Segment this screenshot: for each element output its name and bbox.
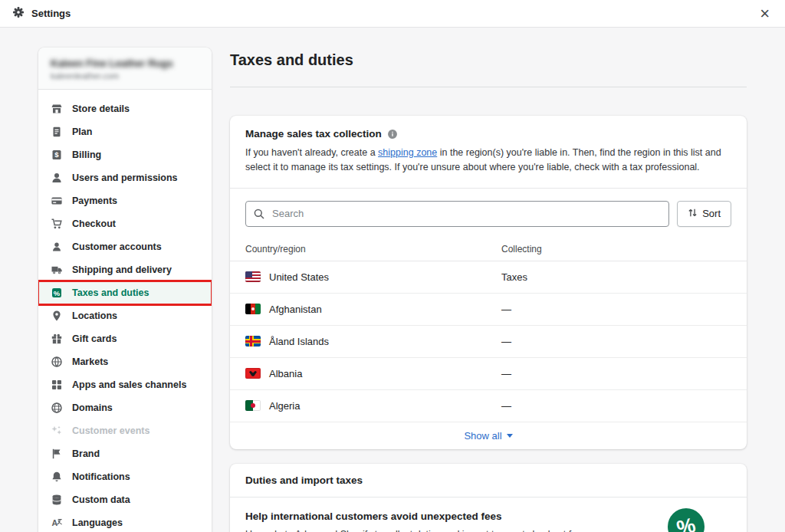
duties-card-description: Upgrade to Advanced Shopify to collect d… — [245, 527, 629, 532]
search-sort-row: Sort — [230, 189, 747, 238]
country-name: Åland Islands — [269, 336, 329, 347]
ax-flag-icon — [245, 336, 261, 346]
table-header: Country/region Collecting — [230, 238, 747, 261]
sidebar-item-languages[interactable]: ALanguages — [38, 511, 212, 532]
af-flag-icon — [245, 304, 261, 314]
sort-arrows-icon — [688, 208, 698, 220]
sidebar-item-label: Gift cards — [72, 333, 117, 344]
collecting-value: — — [501, 304, 731, 315]
country-name: Afghanistan — [269, 304, 322, 315]
collecting-value: — — [501, 400, 731, 412]
duties-card-body: Help international customers avoid unexp… — [230, 498, 747, 532]
desc-before-link: If you haven't already, create a — [245, 147, 378, 158]
sidebar-item-label: Languages — [72, 517, 123, 528]
users-icon — [51, 172, 63, 184]
table-row-land-islands[interactable]: Åland Islands— — [230, 326, 747, 358]
settings-layout: Kaleen Fine Leather Rugs kaleenleather.c… — [38, 48, 747, 532]
sidebar-item-users-and-permissions[interactable]: Users and permissions — [38, 166, 212, 189]
sidebar-item-label: Plan — [72, 126, 92, 137]
sidebar-item-label: Brand — [72, 448, 100, 459]
sidebar-item-apps-and-sales-channels[interactable]: Apps and sales channels — [38, 373, 212, 396]
sidebar-item-notifications[interactable]: Notifications — [38, 465, 212, 488]
sidebar-item-label: Checkout — [72, 218, 116, 229]
sidebar-item-locations[interactable]: Locations — [38, 304, 212, 327]
checkout-icon — [51, 218, 63, 230]
sidebar-item-taxes-and-duties[interactable]: %Taxes and duties — [38, 281, 212, 304]
manage-card-title: Manage sales tax collection — [245, 128, 382, 140]
settings-sidebar: Kaleen Fine Leather Rugs kaleenleather.c… — [38, 48, 212, 532]
manage-card-description: If you haven't already, create a shippin… — [245, 146, 731, 176]
manage-sales-tax-intro: Manage sales tax collection If you haven… — [230, 116, 747, 189]
svg-text:A: A — [52, 518, 58, 527]
sidebar-item-domains[interactable]: Domains — [38, 396, 212, 419]
store-icon — [51, 103, 63, 115]
sidebar-item-payments[interactable]: Payments — [38, 189, 212, 212]
chevron-down-icon — [507, 434, 513, 438]
table-row-albania[interactable]: Albania— — [230, 358, 747, 390]
shipping-zone-link[interactable]: shipping zone — [378, 147, 437, 158]
collecting-value: Taxes — [501, 271, 731, 283]
sidebar-item-label: Customer events — [72, 425, 149, 436]
markets-icon — [51, 356, 63, 368]
table-row-united-states[interactable]: United StatesTaxes — [230, 261, 747, 294]
dz-flag-icon — [245, 400, 261, 411]
country-name: United States — [269, 271, 329, 283]
duties-card-title: Duties and import taxes — [230, 464, 747, 498]
sidebar-item-checkout[interactable]: Checkout — [38, 212, 212, 235]
sort-button[interactable]: Sort — [677, 201, 731, 227]
sidebar-item-label: Users and permissions — [72, 172, 178, 183]
sort-button-label: Sort — [702, 208, 721, 219]
settings-titlebar: Settings × — [0, 0, 785, 28]
page-title: Taxes and duties — [230, 48, 747, 87]
sidebar-item-label: Notifications — [72, 471, 130, 482]
plan-icon — [51, 126, 63, 138]
gift-cards-icon — [51, 333, 63, 345]
show-all-label: Show all — [464, 430, 501, 442]
sidebar-item-label: Custom data — [72, 494, 130, 505]
sidebar-item-label: Billing — [72, 149, 101, 160]
sidebar-item-customer-accounts[interactable]: Customer accounts — [38, 235, 212, 258]
window-title: Settings — [31, 8, 71, 19]
main-content: Taxes and duties Manage sales tax collec… — [230, 48, 747, 532]
svg-text:%: % — [54, 289, 61, 297]
sidebar-item-brand[interactable]: Brand — [38, 442, 212, 465]
duties-import-taxes-card: Duties and import taxes Help internation… — [230, 464, 747, 532]
sidebar-item-markets[interactable]: Markets — [38, 350, 212, 373]
table-row-algeria[interactable]: Algeria— — [230, 390, 747, 422]
search-input[interactable] — [245, 201, 669, 227]
sidebar-item-shipping-and-delivery[interactable]: Shipping and delivery — [38, 258, 212, 281]
billing-icon: $ — [51, 149, 63, 161]
close-button[interactable]: × — [757, 5, 773, 22]
sidebar-item-label: Markets — [72, 356, 108, 367]
sidebar-item-billing[interactable]: $Billing — [38, 143, 212, 166]
sidebar-item-label: Domains — [72, 402, 113, 413]
sidebar-item-custom-data[interactable]: Custom data — [38, 488, 212, 511]
collecting-value: — — [501, 336, 731, 347]
sidebar-item-plan[interactable]: Plan — [38, 120, 212, 143]
sidebar-item-gift-cards[interactable]: Gift cards — [38, 327, 212, 350]
svg-text:$: $ — [54, 150, 59, 159]
store-name-redacted: Kaleen Fine Leather Rugs — [51, 57, 199, 69]
sidebar-item-label: Locations — [72, 310, 117, 321]
table-row-afghanistan[interactable]: Afghanistan— — [230, 294, 747, 326]
gear-icon — [12, 6, 25, 21]
manage-sales-tax-card: Manage sales tax collection If you haven… — [230, 116, 747, 449]
sidebar-item-label: Store details — [72, 103, 130, 114]
column-collecting: Collecting — [501, 244, 731, 255]
sidebar-item-label: Apps and sales channels — [72, 379, 186, 390]
apps-icon — [51, 379, 63, 391]
customer-accounts-icon — [51, 241, 63, 253]
sidebar-item-store-details[interactable]: Store details — [38, 97, 212, 120]
country-name: Albania — [269, 368, 302, 379]
domains-icon — [51, 402, 63, 414]
sidebar-item-label: Taxes and duties — [72, 287, 149, 298]
customer-events-icon — [51, 425, 63, 437]
info-icon[interactable] — [387, 129, 398, 140]
sidebar-item-customer-events[interactable]: Customer events — [38, 419, 212, 442]
locations-icon — [51, 310, 63, 322]
show-all-button[interactable]: Show all — [230, 422, 747, 449]
taxes-icon: % — [51, 287, 63, 299]
us-flag-icon — [245, 271, 261, 282]
shipping-icon — [51, 264, 63, 276]
payments-icon — [51, 195, 63, 207]
